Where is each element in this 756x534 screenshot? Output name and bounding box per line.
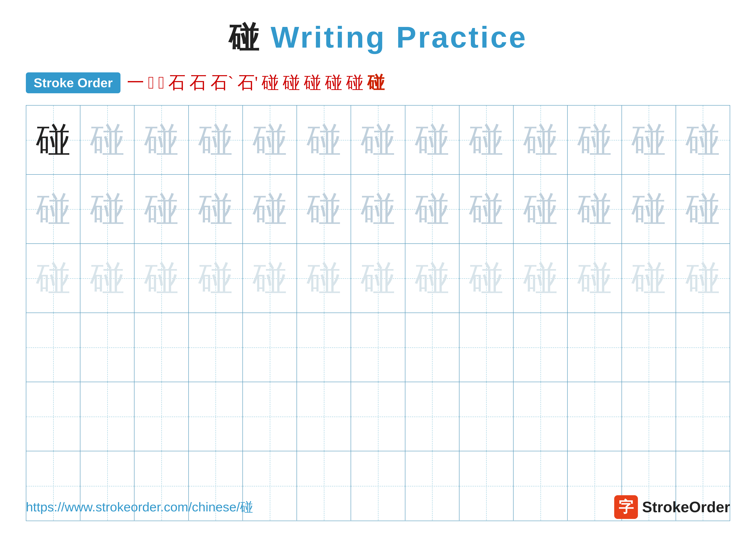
footer-url[interactable]: https://www.strokeorder.com/chinese/碰 xyxy=(26,498,253,516)
grid-cell-3-7[interactable]: 碰 xyxy=(351,244,405,313)
grid-cell-1-1[interactable]: 碰 xyxy=(26,106,80,174)
char-guide-light: 碰 xyxy=(415,255,449,302)
grid-cell-4-11[interactable] xyxy=(568,313,622,382)
grid-cell-2-11[interactable]: 碰 xyxy=(568,175,622,243)
grid-cell-5-10[interactable] xyxy=(514,382,568,451)
grid-cell-2-5[interactable]: 碰 xyxy=(243,175,297,243)
grid-cell-1-7[interactable]: 碰 xyxy=(351,106,405,174)
stroke-6: 石` xyxy=(210,71,233,94)
char-guide-light: 碰 xyxy=(469,255,503,302)
grid-row-2: 碰 碰 碰 碰 碰 碰 碰 碰 碰 碰 碰 碰 碰 xyxy=(26,175,730,244)
grid-row-5 xyxy=(26,382,730,451)
char-guide-light: 碰 xyxy=(361,255,395,302)
grid-cell-5-1[interactable] xyxy=(26,382,80,451)
grid-cell-4-12[interactable] xyxy=(622,313,676,382)
grid-cell-3-8[interactable]: 碰 xyxy=(405,244,459,313)
footer-brand: 字 StrokeOrder xyxy=(614,495,730,519)
practice-grid: 碰 碰 碰 碰 碰 碰 碰 碰 碰 碰 碰 碰 碰 碰 碰 碰 碰 碰 碰 碰 … xyxy=(26,105,730,521)
char-guide-medium: 碰 xyxy=(415,186,449,232)
stroke-10: 碰 xyxy=(304,71,321,94)
grid-cell-5-7[interactable] xyxy=(351,382,405,451)
grid-cell-4-5[interactable] xyxy=(243,313,297,382)
char-guide-medium: 碰 xyxy=(686,186,720,232)
title-text: Writing Practice xyxy=(260,20,527,54)
grid-cell-3-12[interactable]: 碰 xyxy=(622,244,676,313)
grid-cell-2-10[interactable]: 碰 xyxy=(514,175,568,243)
grid-cell-3-9[interactable]: 碰 xyxy=(459,244,514,313)
stroke-13: 碰 xyxy=(367,71,385,94)
grid-cell-5-4[interactable] xyxy=(189,382,243,451)
char-guide-light: 碰 xyxy=(36,255,70,302)
char-guide-medium: 碰 xyxy=(307,186,341,232)
grid-cell-2-4[interactable]: 碰 xyxy=(189,175,243,243)
stroke-12: 碰 xyxy=(346,71,363,94)
grid-cell-5-8[interactable] xyxy=(405,382,459,451)
grid-cell-4-4[interactable] xyxy=(189,313,243,382)
grid-cell-1-10[interactable]: 碰 xyxy=(514,106,568,174)
char-guide-medium: 碰 xyxy=(469,117,503,163)
grid-cell-1-8[interactable]: 碰 xyxy=(405,106,459,174)
grid-cell-1-9[interactable]: 碰 xyxy=(459,106,514,174)
char-guide-medium: 碰 xyxy=(361,117,395,163)
grid-cell-4-7[interactable] xyxy=(351,313,405,382)
grid-cell-4-6[interactable] xyxy=(297,313,351,382)
char-guide-medium: 碰 xyxy=(577,117,612,163)
grid-cell-3-11[interactable]: 碰 xyxy=(568,244,622,313)
grid-cell-2-3[interactable]: 碰 xyxy=(134,175,189,243)
grid-cell-5-5[interactable] xyxy=(243,382,297,451)
grid-cell-1-11[interactable]: 碰 xyxy=(568,106,622,174)
stroke-7: 石' xyxy=(237,71,258,94)
footer-brand-name: StrokeOrder xyxy=(642,498,730,516)
grid-cell-1-3[interactable]: 碰 xyxy=(134,106,189,174)
grid-cell-1-2[interactable]: 碰 xyxy=(80,106,134,174)
char-guide-medium: 碰 xyxy=(577,186,612,232)
char-guide-light: 碰 xyxy=(523,255,558,302)
grid-cell-3-13[interactable]: 碰 xyxy=(676,244,730,313)
char-guide-medium: 碰 xyxy=(361,186,395,232)
grid-cell-4-10[interactable] xyxy=(514,313,568,382)
grid-cell-1-4[interactable]: 碰 xyxy=(189,106,243,174)
grid-cell-1-6[interactable]: 碰 xyxy=(297,106,351,174)
grid-cell-4-2[interactable] xyxy=(80,313,134,382)
stroke-11: 碰 xyxy=(325,71,342,94)
grid-cell-4-9[interactable] xyxy=(459,313,514,382)
grid-cell-2-13[interactable]: 碰 xyxy=(676,175,730,243)
grid-cell-5-11[interactable] xyxy=(568,382,622,451)
grid-cell-2-6[interactable]: 碰 xyxy=(297,175,351,243)
grid-cell-3-10[interactable]: 碰 xyxy=(514,244,568,313)
grid-cell-5-9[interactable] xyxy=(459,382,514,451)
grid-cell-3-1[interactable]: 碰 xyxy=(26,244,80,313)
grid-cell-2-12[interactable]: 碰 xyxy=(622,175,676,243)
grid-cell-2-1[interactable]: 碰 xyxy=(26,175,80,243)
grid-cell-3-6[interactable]: 碰 xyxy=(297,244,351,313)
char-guide-light: 碰 xyxy=(632,255,666,302)
grid-cell-4-13[interactable] xyxy=(676,313,730,382)
char-guide-medium: 碰 xyxy=(523,117,558,163)
stroke-sequence: 一 𠂆 𠄌 石 石 石` 石' 碰 碰 碰 碰 碰 碰 xyxy=(127,71,385,94)
grid-cell-5-2[interactable] xyxy=(80,382,134,451)
grid-cell-4-8[interactable] xyxy=(405,313,459,382)
grid-cell-5-13[interactable] xyxy=(676,382,730,451)
grid-cell-2-8[interactable]: 碰 xyxy=(405,175,459,243)
char-guide-light: 碰 xyxy=(307,255,341,302)
grid-cell-1-13[interactable]: 碰 xyxy=(676,106,730,174)
grid-cell-2-2[interactable]: 碰 xyxy=(80,175,134,243)
grid-cell-1-12[interactable]: 碰 xyxy=(622,106,676,174)
grid-cell-1-5[interactable]: 碰 xyxy=(243,106,297,174)
grid-row-4 xyxy=(26,313,730,382)
grid-cell-5-3[interactable] xyxy=(134,382,189,451)
grid-cell-3-4[interactable]: 碰 xyxy=(189,244,243,313)
grid-cell-5-6[interactable] xyxy=(297,382,351,451)
stroke-order-badge: Stroke Order xyxy=(26,72,121,93)
char-guide-medium: 碰 xyxy=(307,117,341,163)
grid-cell-3-5[interactable]: 碰 xyxy=(243,244,297,313)
grid-cell-3-3[interactable]: 碰 xyxy=(134,244,189,313)
grid-cell-4-1[interactable] xyxy=(26,313,80,382)
grid-cell-5-12[interactable] xyxy=(622,382,676,451)
grid-cell-2-7[interactable]: 碰 xyxy=(351,175,405,243)
char-guide-light: 碰 xyxy=(253,255,287,302)
stroke-3: 𠄌 xyxy=(158,73,164,93)
grid-cell-2-9[interactable]: 碰 xyxy=(459,175,514,243)
grid-cell-3-2[interactable]: 碰 xyxy=(80,244,134,313)
grid-cell-4-3[interactable] xyxy=(134,313,189,382)
